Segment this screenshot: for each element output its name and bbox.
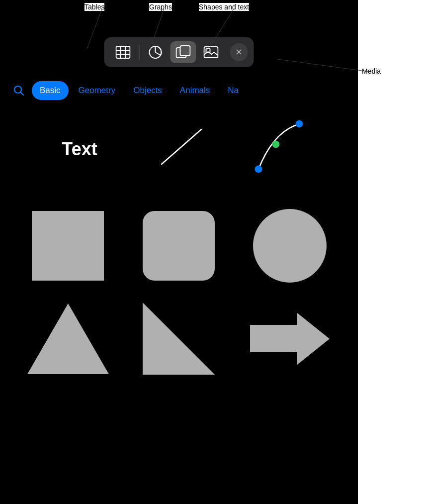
svg-line-12 bbox=[162, 129, 201, 164]
tab-animals[interactable]: Animals bbox=[172, 81, 218, 100]
tab-na[interactable]: Na bbox=[220, 81, 247, 100]
circle-shape[interactable] bbox=[242, 209, 338, 283]
arrow-icon bbox=[250, 314, 330, 364]
toolbar: ✕ bbox=[104, 37, 254, 67]
svg-rect-7 bbox=[180, 46, 190, 56]
text-shape[interactable]: Text bbox=[40, 139, 119, 160]
svg-point-13 bbox=[255, 166, 262, 173]
close-button[interactable]: ✕ bbox=[230, 43, 248, 61]
svg-point-14 bbox=[272, 141, 279, 148]
shapes-button[interactable] bbox=[170, 41, 196, 63]
search-button[interactable] bbox=[8, 80, 30, 101]
graphs-button[interactable] bbox=[143, 41, 169, 63]
shapes-grid bbox=[20, 209, 338, 375]
svg-rect-0 bbox=[116, 46, 130, 58]
triangle-icon bbox=[27, 303, 109, 374]
rounded-square-shape[interactable] bbox=[131, 209, 227, 283]
square-shape[interactable] bbox=[20, 209, 116, 283]
right-triangle-shape[interactable] bbox=[131, 302, 227, 375]
right-triangle-icon bbox=[143, 302, 215, 375]
tab-basic[interactable]: Basic bbox=[32, 81, 69, 100]
circle-icon bbox=[253, 209, 327, 283]
curve-shape[interactable] bbox=[239, 119, 318, 179]
tables-button[interactable] bbox=[110, 41, 136, 63]
square-icon bbox=[32, 211, 104, 281]
svg-line-11 bbox=[21, 93, 24, 96]
tab-objects[interactable]: Objects bbox=[125, 81, 170, 100]
close-icon: ✕ bbox=[235, 47, 243, 58]
content-area: Text bbox=[0, 109, 358, 504]
special-shapes-row: Text bbox=[20, 119, 338, 179]
line-shape[interactable] bbox=[139, 119, 219, 179]
svg-point-15 bbox=[296, 120, 303, 127]
arrow-shape[interactable] bbox=[242, 302, 338, 375]
triangle-shape[interactable] bbox=[20, 302, 116, 375]
category-bar: Basic Geometry Objects Animals Na bbox=[0, 80, 358, 101]
tab-geometry[interactable]: Geometry bbox=[71, 81, 124, 100]
rounded-square-icon bbox=[143, 211, 215, 281]
media-button[interactable] bbox=[198, 41, 224, 63]
toolbar-divider bbox=[139, 45, 140, 60]
